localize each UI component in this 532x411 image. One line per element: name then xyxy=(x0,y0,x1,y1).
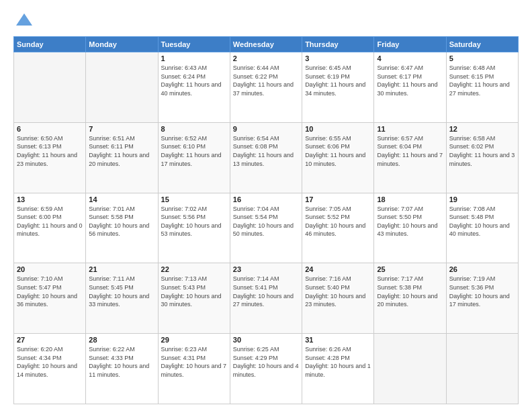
weekday-header-wednesday: Wednesday xyxy=(230,37,302,52)
day-info: Sunrise: 7:14 AM Sunset: 5:41 PM Dayligh… xyxy=(233,275,299,308)
calendar-cell: 31Sunrise: 6:26 AM Sunset: 4:28 PM Dayli… xyxy=(302,334,374,404)
calendar-cell: 20Sunrise: 7:10 AM Sunset: 5:47 PM Dayli… xyxy=(14,263,86,334)
day-info: Sunrise: 6:45 AM Sunset: 6:19 PM Dayligh… xyxy=(305,64,371,97)
calendar-week-row: 6Sunrise: 6:50 AM Sunset: 6:13 PM Daylig… xyxy=(14,122,519,193)
calendar-cell: 9Sunrise: 6:54 AM Sunset: 6:08 PM Daylig… xyxy=(230,122,302,193)
weekday-header-thursday: Thursday xyxy=(302,37,374,52)
calendar-cell: 12Sunrise: 6:58 AM Sunset: 6:02 PM Dayli… xyxy=(446,122,518,193)
calendar-cell xyxy=(374,334,446,404)
day-number: 18 xyxy=(377,195,443,203)
calendar-cell: 6Sunrise: 6:50 AM Sunset: 6:13 PM Daylig… xyxy=(14,122,86,193)
day-info: Sunrise: 6:23 AM Sunset: 4:31 PM Dayligh… xyxy=(161,345,227,379)
weekday-header-saturday: Saturday xyxy=(446,37,518,52)
day-number: 24 xyxy=(305,265,371,273)
day-number: 4 xyxy=(377,54,443,62)
day-info: Sunrise: 6:51 AM Sunset: 6:11 PM Dayligh… xyxy=(89,134,154,168)
day-number: 23 xyxy=(233,265,299,273)
weekday-header-friday: Friday xyxy=(374,37,446,52)
day-number: 1 xyxy=(161,54,227,62)
calendar-cell: 8Sunrise: 6:52 AM Sunset: 6:10 PM Daylig… xyxy=(158,122,230,193)
day-info: Sunrise: 7:17 AM Sunset: 5:38 PM Dayligh… xyxy=(377,275,443,308)
day-number: 30 xyxy=(233,336,299,344)
weekday-header-monday: Monday xyxy=(86,37,158,52)
calendar-cell: 27Sunrise: 6:20 AM Sunset: 4:34 PM Dayli… xyxy=(14,334,86,404)
calendar-cell: 18Sunrise: 7:07 AM Sunset: 5:50 PM Dayli… xyxy=(374,193,446,263)
day-number: 28 xyxy=(89,336,154,344)
day-number: 3 xyxy=(305,54,371,62)
day-number: 16 xyxy=(233,195,299,203)
day-info: Sunrise: 6:52 AM Sunset: 6:10 PM Dayligh… xyxy=(161,134,227,168)
calendar-cell: 16Sunrise: 7:04 AM Sunset: 5:54 PM Dayli… xyxy=(230,193,302,263)
calendar-cell: 14Sunrise: 7:01 AM Sunset: 5:58 PM Dayli… xyxy=(86,193,158,263)
day-number: 27 xyxy=(17,336,83,344)
calendar-cell: 30Sunrise: 6:25 AM Sunset: 4:29 PM Dayli… xyxy=(230,334,302,404)
calendar-cell: 28Sunrise: 6:22 AM Sunset: 4:33 PM Dayli… xyxy=(86,334,158,404)
calendar-week-row: 1Sunrise: 6:43 AM Sunset: 6:24 PM Daylig… xyxy=(14,52,519,123)
day-number: 8 xyxy=(161,125,227,133)
day-info: Sunrise: 7:08 AM Sunset: 5:48 PM Dayligh… xyxy=(449,205,515,238)
day-info: Sunrise: 6:59 AM Sunset: 6:00 PM Dayligh… xyxy=(17,205,83,238)
calendar-cell: 4Sunrise: 6:47 AM Sunset: 6:17 PM Daylig… xyxy=(374,52,446,123)
calendar-week-row: 20Sunrise: 7:10 AM Sunset: 5:47 PM Dayli… xyxy=(14,263,519,334)
weekday-header-row: SundayMondayTuesdayWednesdayThursdayFrid… xyxy=(14,37,519,52)
day-info: Sunrise: 7:19 AM Sunset: 5:36 PM Dayligh… xyxy=(449,275,515,308)
day-info: Sunrise: 6:20 AM Sunset: 4:34 PM Dayligh… xyxy=(17,345,83,379)
calendar-cell: 22Sunrise: 7:13 AM Sunset: 5:43 PM Dayli… xyxy=(158,263,230,334)
day-info: Sunrise: 7:13 AM Sunset: 5:43 PM Dayligh… xyxy=(161,275,227,308)
calendar-cell: 25Sunrise: 7:17 AM Sunset: 5:38 PM Dayli… xyxy=(374,263,446,334)
day-info: Sunrise: 6:58 AM Sunset: 6:02 PM Dayligh… xyxy=(449,134,515,168)
logo xyxy=(13,11,34,30)
calendar-cell: 26Sunrise: 7:19 AM Sunset: 5:36 PM Dayli… xyxy=(446,263,518,334)
day-info: Sunrise: 7:02 AM Sunset: 5:56 PM Dayligh… xyxy=(161,205,227,238)
calendar-cell: 1Sunrise: 6:43 AM Sunset: 6:24 PM Daylig… xyxy=(158,52,230,123)
day-info: Sunrise: 7:04 AM Sunset: 5:54 PM Dayligh… xyxy=(233,205,299,238)
calendar-week-row: 27Sunrise: 6:20 AM Sunset: 4:34 PM Dayli… xyxy=(14,334,519,404)
day-info: Sunrise: 6:47 AM Sunset: 6:17 PM Dayligh… xyxy=(377,64,443,97)
calendar-cell: 10Sunrise: 6:55 AM Sunset: 6:06 PM Dayli… xyxy=(302,122,374,193)
day-number: 25 xyxy=(377,265,443,273)
calendar-cell: 7Sunrise: 6:51 AM Sunset: 6:11 PM Daylig… xyxy=(86,122,158,193)
day-number: 20 xyxy=(17,265,83,273)
calendar-cell: 23Sunrise: 7:14 AM Sunset: 5:41 PM Dayli… xyxy=(230,263,302,334)
day-info: Sunrise: 6:48 AM Sunset: 6:15 PM Dayligh… xyxy=(449,64,515,97)
day-number: 10 xyxy=(305,125,371,133)
day-number: 31 xyxy=(305,336,371,344)
day-number: 19 xyxy=(449,195,515,203)
day-number: 12 xyxy=(449,125,515,133)
day-info: Sunrise: 6:57 AM Sunset: 6:04 PM Dayligh… xyxy=(377,134,443,168)
page: SundayMondayTuesdayWednesdayThursdayFrid… xyxy=(0,0,532,411)
day-number: 6 xyxy=(17,125,83,133)
svg-marker-0 xyxy=(16,13,32,26)
calendar-cell: 5Sunrise: 6:48 AM Sunset: 6:15 PM Daylig… xyxy=(446,52,518,123)
calendar-cell: 11Sunrise: 6:57 AM Sunset: 6:04 PM Dayli… xyxy=(374,122,446,193)
day-number: 13 xyxy=(17,195,83,203)
day-info: Sunrise: 7:05 AM Sunset: 5:52 PM Dayligh… xyxy=(305,205,371,238)
calendar-cell: 24Sunrise: 7:16 AM Sunset: 5:40 PM Dayli… xyxy=(302,263,374,334)
calendar-cell xyxy=(446,334,518,404)
day-info: Sunrise: 6:43 AM Sunset: 6:24 PM Dayligh… xyxy=(161,64,227,97)
day-number: 29 xyxy=(161,336,227,344)
calendar-cell: 19Sunrise: 7:08 AM Sunset: 5:48 PM Dayli… xyxy=(446,193,518,263)
day-info: Sunrise: 6:26 AM Sunset: 4:28 PM Dayligh… xyxy=(305,345,371,379)
calendar-cell xyxy=(86,52,158,123)
day-number: 17 xyxy=(305,195,371,203)
day-info: Sunrise: 6:25 AM Sunset: 4:29 PM Dayligh… xyxy=(233,345,299,379)
weekday-header-sunday: Sunday xyxy=(14,37,86,52)
day-info: Sunrise: 7:16 AM Sunset: 5:40 PM Dayligh… xyxy=(305,275,371,308)
day-info: Sunrise: 7:11 AM Sunset: 5:45 PM Dayligh… xyxy=(89,275,154,308)
calendar-cell: 21Sunrise: 7:11 AM Sunset: 5:45 PM Dayli… xyxy=(86,263,158,334)
day-number: 11 xyxy=(377,125,443,133)
header xyxy=(13,11,519,30)
calendar-cell: 13Sunrise: 6:59 AM Sunset: 6:00 PM Dayli… xyxy=(14,193,86,263)
calendar-cell xyxy=(14,52,86,123)
day-info: Sunrise: 6:22 AM Sunset: 4:33 PM Dayligh… xyxy=(89,345,154,379)
calendar-cell: 29Sunrise: 6:23 AM Sunset: 4:31 PM Dayli… xyxy=(158,334,230,404)
logo-icon xyxy=(15,11,34,30)
day-number: 21 xyxy=(89,265,154,273)
day-number: 26 xyxy=(449,265,515,273)
day-info: Sunrise: 6:55 AM Sunset: 6:06 PM Dayligh… xyxy=(305,134,371,168)
calendar-cell: 3Sunrise: 6:45 AM Sunset: 6:19 PM Daylig… xyxy=(302,52,374,123)
calendar-cell: 17Sunrise: 7:05 AM Sunset: 5:52 PM Dayli… xyxy=(302,193,374,263)
day-info: Sunrise: 7:01 AM Sunset: 5:58 PM Dayligh… xyxy=(89,205,154,238)
weekday-header-tuesday: Tuesday xyxy=(158,37,230,52)
